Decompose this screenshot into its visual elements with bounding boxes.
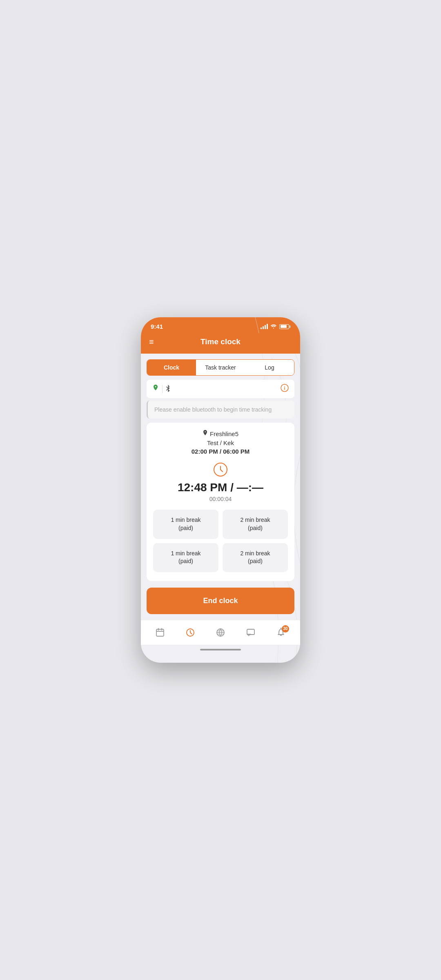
app-header: ≡ Time clock: [141, 333, 300, 354]
home-indicator: [200, 649, 241, 650]
nav-item-bell[interactable]: 30: [272, 626, 290, 641]
app-title: Time clock: [200, 337, 241, 346]
chat-icon: [246, 628, 256, 640]
clock-orange-icon: [213, 462, 228, 477]
tab-bar: Clock Task tracker Log: [147, 359, 294, 376]
tab-task-tracker[interactable]: Task tracker: [196, 360, 245, 375]
current-time-display: 12:48 PM / —:—: [153, 481, 288, 494]
alert-banner: Please enable bluetooth to begin time tr…: [147, 401, 294, 419]
break-btn-4[interactable]: 2 min break(paid): [223, 543, 288, 572]
nav-item-chat[interactable]: [242, 626, 260, 641]
info-bar-divider: [162, 385, 163, 393]
schedule-name: Test / Kek: [153, 439, 288, 446]
info-bar-right: [281, 384, 289, 394]
alert-text: Please enable bluetooth to begin time tr…: [154, 406, 272, 413]
location-name: Freshline5: [210, 430, 238, 437]
signal-icon: [261, 324, 268, 329]
schedule-time: 02:00 PM / 06:00 PM: [153, 448, 288, 455]
tab-clock[interactable]: Clock: [147, 360, 196, 375]
notification-badge: 30: [282, 625, 289, 633]
status-time: 9:41: [151, 323, 163, 330]
break-btn-2[interactable]: 2 min break(paid): [223, 510, 288, 539]
globe-icon: [216, 628, 225, 640]
location-row: Freshline5: [153, 430, 288, 438]
status-icons: [261, 323, 290, 330]
elapsed-time-display: 00:00:04: [153, 496, 288, 502]
bluetooth-icon: [166, 385, 171, 394]
bottom-nav: 30: [141, 620, 300, 645]
nav-item-timeclock[interactable]: [181, 626, 199, 641]
content-area: Clock Task tracker Log: [141, 359, 300, 650]
svg-rect-2: [156, 629, 164, 636]
battery-icon: [279, 324, 290, 329]
clock-nav-icon: [185, 628, 195, 640]
location-pin-icon: [203, 430, 208, 438]
phone-container: 9:41 ≡: [141, 317, 300, 662]
svg-rect-5: [247, 629, 254, 635]
nav-item-globe[interactable]: [212, 626, 229, 641]
break-buttons-grid: 1 min break(paid) 2 min break(paid) 1 mi…: [153, 510, 288, 572]
wifi-icon: [270, 323, 277, 330]
nav-item-schedule[interactable]: [151, 626, 169, 641]
break-btn-1[interactable]: 1 min break(paid): [153, 510, 218, 539]
info-bar: [147, 380, 294, 398]
info-circle-icon[interactable]: [281, 385, 289, 394]
calendar-icon: [155, 628, 165, 640]
end-clock-button[interactable]: End clock: [147, 588, 294, 614]
location-icon: [152, 385, 159, 394]
hamburger-menu-icon[interactable]: ≡: [149, 337, 154, 347]
status-bar: 9:41: [141, 317, 300, 333]
break-btn-3[interactable]: 1 min break(paid): [153, 543, 218, 572]
tab-log[interactable]: Log: [245, 360, 294, 375]
clock-icon-container: [153, 462, 288, 479]
main-card: Freshline5 Test / Kek 02:00 PM / 06:00 P…: [147, 423, 294, 581]
